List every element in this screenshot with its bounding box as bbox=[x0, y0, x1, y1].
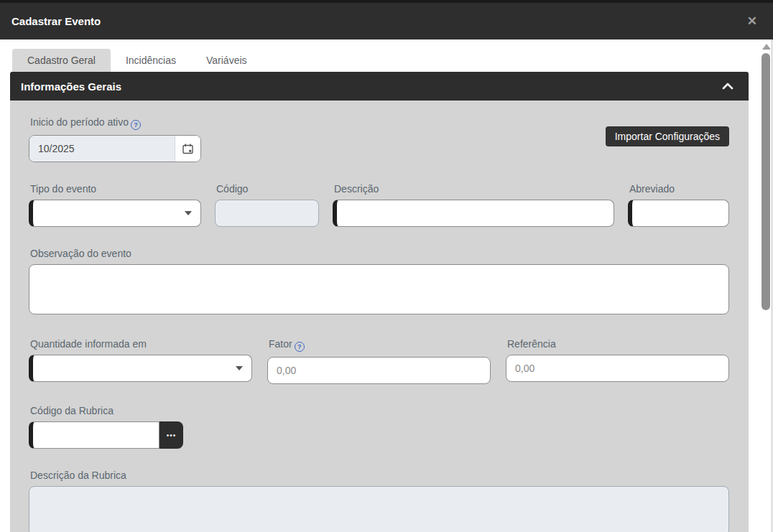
fator-label: Fator? bbox=[269, 338, 491, 352]
tipo-evento-field: Tipo do evento bbox=[29, 183, 201, 227]
tab-bar: Cadastro Geral Incidências Variáveis bbox=[10, 39, 749, 72]
codigo-label: Código bbox=[216, 183, 319, 195]
codigo-rubrica-group: ••• bbox=[29, 421, 183, 449]
form-row: Quantidade informada em Fator? Referênci… bbox=[29, 338, 729, 384]
codigo-rubrica-input[interactable] bbox=[29, 421, 159, 449]
quantidade-select-wrap bbox=[29, 355, 252, 382]
referencia-field: Referência bbox=[506, 338, 729, 384]
fator-input[interactable] bbox=[267, 357, 491, 384]
form-row: Inicio do período ativo? 10/2025 Importa… bbox=[29, 116, 729, 162]
descricao-rubrica-textarea bbox=[29, 486, 729, 532]
descricao-rubrica-label: Descrição da Rubrica bbox=[30, 470, 729, 481]
section-title: Informações Gerais bbox=[21, 80, 721, 93]
tab-variaveis[interactable]: Variáveis bbox=[191, 49, 262, 72]
scrollbar-up-arrow-icon[interactable] bbox=[762, 44, 771, 50]
import-button-wrap: Importar Configurações bbox=[606, 126, 729, 162]
help-icon[interactable]: ? bbox=[295, 342, 305, 352]
import-configurations-button[interactable]: Importar Configurações bbox=[606, 126, 729, 146]
close-icon[interactable]: ✕ bbox=[743, 12, 762, 30]
scrollbar-edge bbox=[772, 39, 772, 532]
help-icon[interactable]: ? bbox=[131, 120, 141, 130]
calendar-icon[interactable] bbox=[175, 136, 200, 162]
inicio-periodo-field: Inicio do período ativo? 10/2025 bbox=[29, 116, 201, 162]
form-row: Tipo do evento Código Descrição Abreviad… bbox=[29, 183, 729, 227]
quantidade-label: Quantidade informada em bbox=[30, 338, 252, 350]
form-row: Descrição da Rubrica bbox=[29, 470, 729, 532]
fator-field: Fator? bbox=[267, 338, 491, 384]
descricao-input[interactable] bbox=[333, 200, 614, 227]
tipo-evento-select[interactable] bbox=[29, 200, 201, 227]
modal-header: Cadastrar Evento ✕ bbox=[0, 3, 773, 39]
scrollbar-thumb[interactable] bbox=[762, 53, 770, 310]
abreviado-input[interactable] bbox=[628, 200, 729, 227]
section-header[interactable]: Informações Gerais bbox=[10, 72, 749, 101]
rubrica-lookup-button[interactable]: ••• bbox=[159, 421, 183, 449]
referencia-label: Referência bbox=[507, 338, 729, 350]
form-row: Código da Rubrica ••• bbox=[29, 405, 729, 449]
tipo-evento-select-wrap bbox=[29, 200, 201, 227]
date-value: 10/2025 bbox=[29, 136, 175, 162]
section-body: Inicio do período ativo? 10/2025 Importa… bbox=[10, 101, 749, 532]
descricao-rubrica-field: Descrição da Rubrica bbox=[29, 470, 729, 532]
codigo-rubrica-field: Código da Rubrica ••• bbox=[29, 405, 183, 449]
chevron-up-icon[interactable] bbox=[721, 81, 734, 91]
form-row: Observação do evento bbox=[29, 248, 729, 317]
codigo-rubrica-label: Código da Rubrica bbox=[30, 405, 183, 416]
inicio-periodo-label: Inicio do período ativo? bbox=[30, 116, 201, 130]
codigo-field: Código bbox=[215, 183, 319, 227]
date-input: 10/2025 bbox=[29, 135, 201, 162]
modal-title: Cadastrar Evento bbox=[11, 15, 743, 27]
observacao-label: Observação do evento bbox=[30, 248, 729, 259]
abreviado-label: Abreviado bbox=[629, 183, 729, 195]
referencia-input[interactable] bbox=[506, 355, 729, 382]
quantidade-select[interactable] bbox=[29, 355, 252, 382]
tab-cadastro-geral[interactable]: Cadastro Geral bbox=[12, 49, 111, 72]
codigo-input bbox=[215, 200, 319, 227]
tab-incidencias[interactable]: Incidências bbox=[111, 49, 191, 72]
quantidade-field: Quantidade informada em bbox=[29, 338, 252, 384]
tipo-evento-label: Tipo do evento bbox=[30, 183, 201, 195]
descricao-label: Descrição bbox=[334, 183, 614, 195]
descricao-field: Descrição bbox=[333, 183, 614, 227]
scrollbar[interactable] bbox=[757, 39, 773, 532]
abreviado-field: Abreviado bbox=[628, 183, 729, 227]
observacao-field: Observação do evento bbox=[29, 248, 729, 317]
observacao-textarea[interactable] bbox=[29, 264, 729, 314]
modal-content: Cadastro Geral Incidências Variáveis Inf… bbox=[0, 39, 773, 532]
